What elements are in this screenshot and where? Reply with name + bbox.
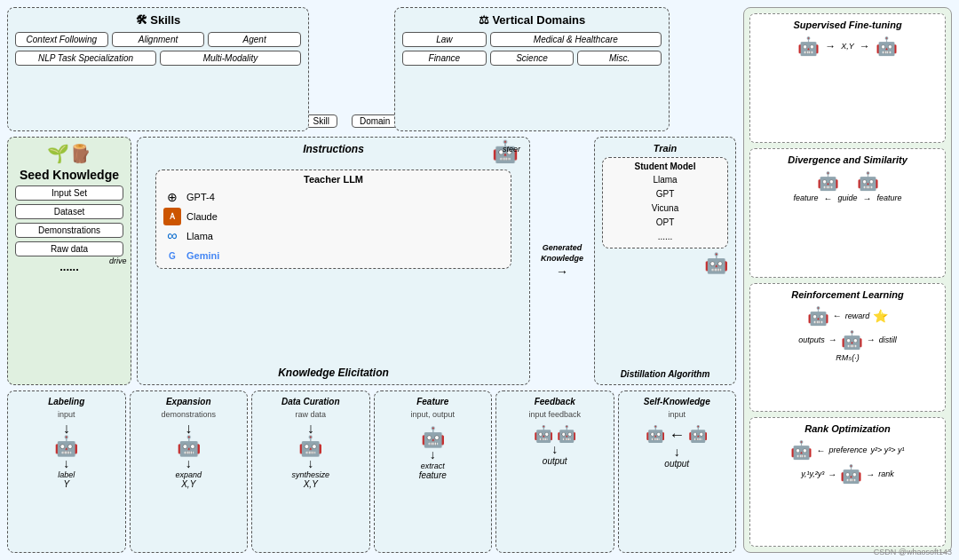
algo-expansion: Expansion demonstrations ↓ 🤖 ↓ expand X,…: [130, 390, 249, 553]
algo-datacuration-title: Data Curation: [281, 397, 340, 406]
domain-law: Law: [402, 32, 487, 47]
left-main: 🛠 Skills Context Following Alignment Age…: [7, 7, 736, 553]
rp-rl-reward-row: 🤖 ← reward ⭐: [807, 305, 889, 327]
seed-icon: 🌱🪵: [47, 143, 91, 164]
algo-feedback-subtitle: input feedback: [528, 410, 581, 419]
claude-label: Claude: [186, 211, 218, 222]
rp-rl-emoji: ⭐: [873, 309, 888, 323]
selfknowledge-robot1: 🤖: [646, 426, 665, 445]
rp-rank: Rank Optimization 🤖 ← preference y²> y³>…: [749, 417, 946, 547]
student-robot: 🤖: [602, 252, 728, 275]
rp-div-robot1: 🤖: [817, 170, 839, 192]
rp-supervised-arrow1: →: [825, 40, 836, 52]
expansion-step2: X,Y: [181, 479, 195, 489]
rp-div-left-arrow: ←: [823, 193, 832, 203]
domain-connector: Domain: [352, 114, 398, 128]
bottom-section: Labeling input ↓ 🤖 ↓ label Y Expansion d…: [7, 390, 736, 553]
rp-rank-rank-arrow: →: [866, 469, 875, 479]
rp-div-feature2: feature: [877, 193, 902, 202]
connector-labels: Skill Domain: [305, 114, 399, 128]
algo-labeling-subtitle: input: [58, 410, 75, 419]
selfknowledge-step1: output: [664, 459, 689, 469]
feedback-robots: 🤖 🤖: [534, 426, 576, 442]
skill-context-following: Context Following: [15, 32, 108, 47]
domains-title: ⚖ Vertical Domains: [402, 13, 662, 27]
feedback-robot2: 🤖: [557, 426, 576, 442]
skills-grid-row1: Context Following Alignment Agent: [15, 32, 301, 47]
rp-divergence-robots: 🤖 🤖: [817, 170, 879, 192]
algo-selfknowledge-subtitle: input: [668, 410, 686, 419]
skills-box: 🛠 Skills Context Following Alignment Age…: [7, 7, 309, 131]
student-model-box: Student Model Llama GPT Vicuna OPT .....…: [602, 157, 728, 248]
llm-llama: ∞ Llama: [163, 227, 503, 245]
drive-label: drive: [109, 256, 127, 265]
rp-rank-left-arrow: ←: [816, 446, 825, 455]
seed-header: 🌱🪵: [15, 143, 123, 164]
rp-div-robot2: 🤖: [857, 170, 879, 192]
skills-grid-row2: NLP Task Specialization Multi-Modality: [15, 51, 301, 66]
student-vicuna: Vicuna: [610, 201, 720, 216]
rp-rl-distill-row: outputs → 🤖 → distill: [798, 329, 897, 351]
algo-labeling-title: Labeling: [48, 397, 84, 406]
rp-divergence: Divergence and Similarity 🤖 🤖 feature ← …: [749, 148, 946, 278]
domain-finance: Finance: [402, 51, 487, 66]
datacuration-robot: 🤖: [298, 437, 322, 456]
labeling-step2: Y: [63, 479, 69, 489]
rp-rl-robot-reward: 🤖: [807, 305, 829, 327]
domains-grid: Law Medical & Healthcare Finance Science…: [402, 32, 662, 66]
skill-connector: Skill: [305, 114, 337, 128]
datacuration-step2: X,Y: [304, 479, 318, 489]
rp-rl-right-arrow: →: [828, 335, 837, 344]
algo-feedback: Feedback input feedback 🤖 🤖 ↓ output: [495, 390, 614, 553]
student-list: Llama GPT Vicuna OPT ......: [610, 173, 720, 244]
rp-rl-content: 🤖 ← reward ⭐ outputs → 🤖 → distill RM₅(·…: [756, 305, 939, 362]
feedback-arrow: ↓: [551, 442, 558, 456]
labeling-robot: 🤖: [54, 437, 78, 456]
student-llama: Llama: [610, 173, 720, 187]
algo-expansion-title: Expansion: [166, 397, 211, 406]
dist-algo-label: Distillation Algorithm: [621, 369, 710, 379]
seed-dots: ......: [15, 260, 123, 273]
right-panel: Supervised Fine-tuning 🤖 → X,Y → 🤖 Diver…: [743, 7, 952, 553]
rp-rl-distill-arrow: →: [867, 335, 876, 344]
datacuration-arrow2: ↓: [307, 456, 313, 470]
gemini-icon: G: [163, 247, 181, 264]
rp-rank-pref-row: 🤖 ← preference y²> y³> y¹: [790, 439, 904, 461]
seed-title: Seed Knowledge: [15, 168, 123, 182]
rp-supervised-arrow2: →: [860, 40, 870, 52]
rp-rank-robot1: 🤖: [790, 439, 812, 461]
expansion-arrow2: ↓: [186, 456, 192, 470]
rp-rank-title: Rank Optimization: [756, 423, 939, 434]
skill-multimodality: Multi-Modality: [160, 51, 301, 66]
labeling-arrow2: ↓: [63, 456, 69, 470]
rp-rank-outputs-row: y,¹y,²y³ → 🤖 → rank: [801, 463, 894, 485]
feedback-robot1: 🤖: [534, 426, 553, 442]
llama-icon: ∞: [163, 227, 181, 245]
domain-misc: Misc.: [577, 51, 662, 66]
rp-supervised-title: Supervised Fine-tuning: [756, 20, 939, 30]
feedback-step1: output: [543, 456, 567, 466]
datacuration-step1: synthesize: [291, 470, 329, 479]
skill-nlp: NLP Task Specialization: [15, 51, 156, 66]
domain-science: Science: [490, 51, 575, 66]
gpt4-icon: ⊕: [163, 188, 181, 206]
feature-step2: feature: [419, 470, 447, 480]
student-title: Student Model: [610, 162, 720, 171]
student-opt: OPT: [610, 216, 720, 230]
rp-rank-preference: preference: [828, 446, 867, 454]
seed-input-set: Input Set: [15, 185, 123, 201]
algo-datacuration-subtitle: raw data: [295, 410, 326, 419]
algo-datacuration: Data Curation raw data ↓ 🤖 ↓ synthesize …: [251, 390, 370, 553]
claude-icon: Ａ: [163, 208, 181, 225]
middle-section: 🌱🪵 Seed Knowledge Input Set Dataset Demo…: [7, 137, 736, 385]
algo-labeling: Labeling input ↓ 🤖 ↓ label Y: [7, 390, 126, 553]
llama-label: Llama: [186, 231, 213, 241]
seed-demonstrations: Demonstrations: [15, 223, 123, 238]
llm-list: ⊕ GPT-4 Ａ Claude ∞ Llama G: [163, 188, 503, 264]
rp-rank-robot2: 🤖: [840, 463, 862, 485]
connector-area: Skill Domain: [316, 7, 387, 131]
skills-title: 🛠 Skills: [15, 13, 301, 27]
algo-feature-subtitle: input, output: [410, 410, 455, 419]
distillation-box: Train Student Model Llama GPT Vicuna OPT…: [594, 137, 736, 385]
rp-div-feature1: feature: [793, 193, 818, 202]
